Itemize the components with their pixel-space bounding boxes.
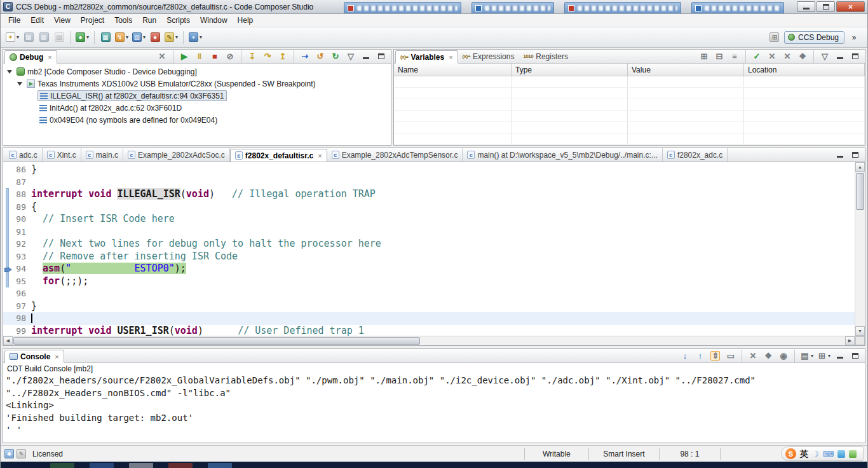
gutter-annotation[interactable] bbox=[3, 238, 15, 251]
code-line[interactable]: 88interrupt void ILLEGAL_ISR(void) // Il… bbox=[3, 188, 855, 201]
gutter-annotation[interactable] bbox=[3, 201, 15, 214]
maximize-view-button[interactable] bbox=[848, 149, 862, 161]
resume-button[interactable]: ▶ bbox=[177, 50, 191, 62]
maximize-view-button[interactable] bbox=[374, 50, 388, 62]
table-row[interactable] bbox=[394, 134, 865, 145]
tab-registers[interactable]: 1010Registers bbox=[519, 50, 572, 63]
remove-watch-button[interactable]: ✕ bbox=[780, 50, 794, 62]
minimize-view-button[interactable] bbox=[359, 50, 373, 62]
menu-help[interactable]: Help bbox=[233, 14, 259, 27]
editor-tab[interactable]: cmain() at D:\workspace_v5_5\mb2\Debug/.… bbox=[463, 148, 662, 162]
collapse-all-button[interactable]: ≡ bbox=[728, 50, 742, 62]
tab-expressions[interactable]: (x)+Expressions bbox=[458, 50, 519, 63]
gutter-annotation[interactable] bbox=[3, 275, 15, 288]
new-file-button[interactable]: ✶▾ bbox=[4, 30, 20, 45]
scrollbar-thumb[interactable] bbox=[856, 173, 864, 210]
debug-tree-item[interactable]: mb2 [Code Composer Studio - Device Debug… bbox=[3, 65, 391, 78]
record-button[interactable]: ● bbox=[148, 30, 162, 45]
editor-tab[interactable]: cmain.c bbox=[81, 148, 123, 162]
line-number[interactable]: 89 bbox=[15, 201, 31, 214]
code-line[interactable]: 94 asm(" ESTOP0"); bbox=[3, 263, 855, 275]
remove-all-launches-button[interactable]: ❖ bbox=[761, 350, 775, 362]
search-button[interactable]: ⌖▾ bbox=[187, 30, 203, 45]
close-icon[interactable]: × bbox=[318, 152, 322, 160]
close-icon[interactable]: × bbox=[55, 353, 58, 361]
code-line[interactable]: 97} bbox=[3, 300, 855, 313]
debug-tree-item[interactable]: InitAdc() at f2802x_adc.c:62 0x3F601D bbox=[3, 102, 391, 114]
scroll-down-button[interactable]: ▼ bbox=[855, 326, 865, 336]
step-over-button[interactable]: ↷ bbox=[261, 50, 275, 62]
close-icon[interactable]: × bbox=[449, 53, 452, 61]
gutter-annotation[interactable] bbox=[3, 226, 15, 238]
print-button[interactable]: ▤ bbox=[52, 30, 66, 45]
menu-tools[interactable]: Tools bbox=[109, 14, 137, 27]
vertical-scrollbar[interactable]: ▲ ▼ bbox=[855, 162, 865, 336]
taskbar-item[interactable] bbox=[129, 463, 153, 468]
column-header-type[interactable]: Type bbox=[512, 64, 628, 76]
scrollbar-thumb[interactable] bbox=[13, 337, 420, 345]
disconnect-button[interactable]: ⊘ bbox=[223, 50, 237, 62]
workspace-status-icon[interactable] bbox=[4, 449, 14, 458]
code-line[interactable]: 89{ bbox=[3, 201, 855, 214]
save-all-button[interactable]: ▦ bbox=[37, 30, 51, 45]
background-window-tab[interactable] bbox=[564, 2, 681, 13]
step-into-button[interactable]: ↧ bbox=[245, 50, 259, 62]
line-number[interactable]: 96 bbox=[15, 287, 31, 300]
perspective-overflow-button[interactable]: » bbox=[847, 30, 861, 45]
menu-file[interactable]: File bbox=[3, 14, 25, 27]
code-editor[interactable]: 86}8788interrupt void ILLEGAL_ISR(void) … bbox=[3, 162, 865, 336]
memory-button[interactable]: ▥▾ bbox=[131, 30, 147, 45]
soft-keyboard-icon[interactable]: ⌨ bbox=[823, 450, 834, 458]
gutter-annotation[interactable] bbox=[3, 176, 15, 189]
code-line[interactable]: 99interrupt void USER1_ISR(void) // User… bbox=[3, 325, 855, 336]
pen-button[interactable]: ✎▾ bbox=[163, 30, 179, 45]
gutter-annotation[interactable] bbox=[3, 325, 15, 336]
expand-toggle-icon[interactable] bbox=[7, 70, 12, 74]
code-line[interactable]: 93 // Remove after inserting ISR Code bbox=[3, 251, 855, 263]
gutter-annotation[interactable] bbox=[3, 213, 15, 226]
taskbar-item[interactable] bbox=[90, 463, 114, 468]
gutter-annotation[interactable] bbox=[3, 263, 15, 275]
step-return-button[interactable]: ↥ bbox=[276, 50, 290, 62]
line-number[interactable]: 91 bbox=[15, 226, 31, 238]
terminate-button[interactable]: ■ bbox=[208, 50, 222, 62]
tab-console[interactable]: Console × bbox=[4, 350, 64, 363]
line-number[interactable]: 99 bbox=[15, 325, 31, 336]
restart-button[interactable]: ↻ bbox=[329, 50, 342, 62]
menu-scripts[interactable]: Scripts bbox=[161, 14, 195, 27]
skin-icon[interactable] bbox=[837, 450, 845, 458]
debug-view-menu-button[interactable]: ▽ bbox=[344, 50, 358, 62]
scroll-lock-button[interactable]: ⇕ bbox=[709, 350, 722, 362]
menu-view[interactable]: View bbox=[49, 14, 76, 27]
code-line[interactable]: 87 bbox=[3, 176, 855, 189]
gutter-annotation[interactable] bbox=[3, 287, 15, 300]
taskbar-item[interactable] bbox=[168, 463, 193, 468]
target-config-button[interactable]: ▦ bbox=[98, 30, 112, 45]
code-line[interactable]: 86} bbox=[3, 163, 855, 176]
line-number[interactable]: 90 bbox=[15, 213, 31, 226]
cpu-reset-button[interactable]: ↺ bbox=[313, 50, 327, 62]
taskbar-item[interactable] bbox=[208, 463, 232, 468]
remove-all-terminated-button[interactable]: ✕ bbox=[155, 50, 169, 62]
line-number[interactable]: 87 bbox=[15, 176, 31, 189]
instruction-stepping-button[interactable]: ⇢ bbox=[298, 50, 312, 62]
taskbar-item[interactable] bbox=[50, 463, 74, 468]
editor-tab[interactable]: cExample_2802xAdcSoc.c bbox=[123, 148, 230, 162]
maximize-view-button[interactable] bbox=[848, 350, 862, 362]
open-perspective-button[interactable]: ⊞ bbox=[768, 30, 782, 45]
column-header-name[interactable]: Name bbox=[394, 64, 512, 76]
background-window-tab[interactable] bbox=[691, 2, 784, 13]
remove-all-watches-button[interactable]: ❖ bbox=[796, 50, 810, 62]
menu-edit[interactable]: Edit bbox=[25, 14, 49, 27]
code-line[interactable]: 91 bbox=[3, 226, 855, 238]
close-icon[interactable]: × bbox=[48, 53, 51, 61]
background-window-tab[interactable] bbox=[471, 2, 554, 13]
pin-console-button[interactable]: ◉ bbox=[776, 350, 790, 362]
suspend-button[interactable]: ‖ bbox=[193, 50, 207, 62]
display-selected-console-button[interactable]: ▤▾ bbox=[799, 350, 815, 362]
windows-taskbar[interactable] bbox=[1, 462, 867, 468]
menu-project[interactable]: Project bbox=[76, 14, 109, 27]
table-row[interactable] bbox=[394, 76, 865, 88]
minimize-view-button[interactable] bbox=[833, 350, 847, 362]
background-window-tab[interactable] bbox=[344, 2, 461, 13]
